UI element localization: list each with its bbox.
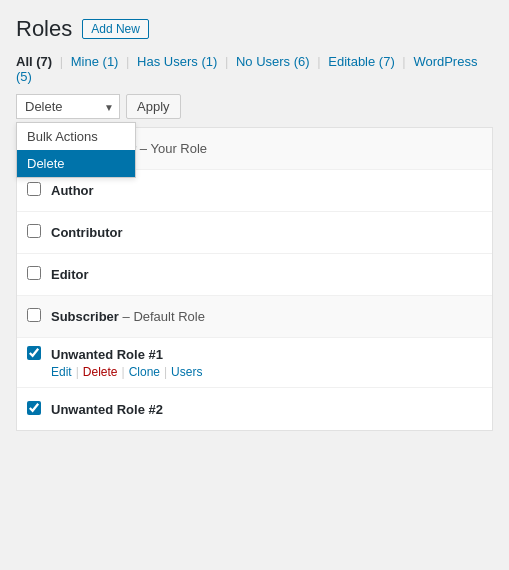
bulk-select-wrapper: Bulk Actions Delete ▼ Bulk Actions Delet… — [16, 94, 120, 119]
role-actions: Edit | Delete | Clone | Users — [51, 365, 202, 379]
role-name: Unwanted Role #1 — [51, 347, 163, 362]
role-name: Subscriber — [51, 309, 119, 324]
filter-has-users[interactable]: Has Users (1) — [137, 54, 217, 69]
subscriber-checkbox[interactable] — [27, 308, 41, 322]
role-name: Contributor — [51, 225, 122, 240]
role-subtitle: – Default Role — [123, 309, 205, 324]
editor-checkbox[interactable] — [27, 266, 41, 280]
filter-mine[interactable]: Mine (1) — [71, 54, 119, 69]
role-name: Unwanted Role #2 — [51, 402, 163, 417]
role-name: Editor — [51, 267, 89, 282]
page-header: Roles Add New — [16, 16, 493, 42]
table-row: Contributor — [17, 212, 492, 254]
author-checkbox[interactable] — [27, 182, 41, 196]
unwanted-role-1-checkbox[interactable] — [27, 346, 41, 360]
table-row: Unwanted Role #1 Edit | Delete | Clone |… — [17, 338, 492, 388]
unwanted-role-2-checkbox[interactable] — [27, 401, 41, 415]
table-row: Subscriber – Default Role — [17, 296, 492, 338]
delete-link[interactable]: Delete — [83, 365, 118, 379]
dropdown-item-bulk-actions[interactable]: Bulk Actions — [17, 123, 135, 150]
bulk-action-bar: Bulk Actions Delete ▼ Bulk Actions Delet… — [16, 94, 493, 119]
users-link[interactable]: Users — [171, 365, 202, 379]
page-title: Roles — [16, 16, 72, 42]
filter-editable[interactable]: Editable (7) — [328, 54, 394, 69]
contributor-checkbox[interactable] — [27, 224, 41, 238]
dropdown-item-delete[interactable]: Delete — [17, 150, 135, 177]
role-name: Author — [51, 183, 94, 198]
bulk-action-dropdown: Bulk Actions Delete — [16, 122, 136, 178]
apply-button[interactable]: Apply — [126, 94, 181, 119]
clone-link[interactable]: Clone — [129, 365, 160, 379]
filter-all[interactable]: All (7) — [16, 54, 52, 69]
role-subtitle: – Your Role — [140, 141, 207, 156]
add-new-button[interactable]: Add New — [82, 19, 149, 39]
bulk-action-select[interactable]: Bulk Actions Delete — [16, 94, 120, 119]
filter-no-users[interactable]: No Users (6) — [236, 54, 310, 69]
edit-link[interactable]: Edit — [51, 365, 72, 379]
table-row: Editor — [17, 254, 492, 296]
filter-links: All (7) | Mine (1) | Has Users (1) | No … — [16, 54, 493, 84]
table-row: Unwanted Role #2 — [17, 388, 492, 430]
